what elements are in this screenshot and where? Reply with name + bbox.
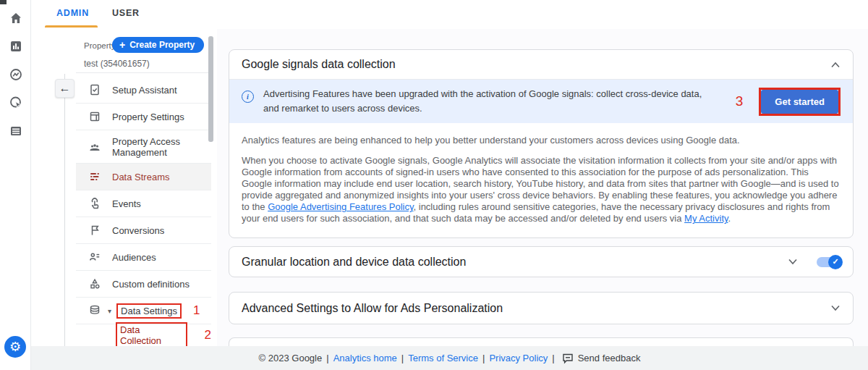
data-settings-database-icon bbox=[88, 304, 101, 317]
granular-location-card[interactable]: Granular location and device data collec… bbox=[229, 246, 854, 277]
sidebar-item-label: Data Streams bbox=[112, 172, 169, 182]
sidebar-item-property-access-management[interactable]: Property Access Management bbox=[76, 130, 211, 164]
data-streams-icon bbox=[88, 170, 101, 183]
sidebar-item-label: Property Settings bbox=[112, 112, 184, 122]
advertising-icon[interactable] bbox=[8, 95, 24, 111]
annotation-box-3: Get started bbox=[759, 88, 841, 116]
sidebar-item-label: Conversions bbox=[112, 225, 164, 236]
paragraph-2-text: . bbox=[728, 213, 731, 224]
tab-admin[interactable]: ADMIN bbox=[56, 8, 89, 18]
google-signals-card-header[interactable]: Google signals data collection bbox=[229, 50, 853, 80]
property-settings-icon bbox=[88, 110, 101, 123]
sidebar-scrollbar[interactable] bbox=[208, 36, 213, 142]
home-icon[interactable] bbox=[8, 10, 24, 26]
screen-corner-artifact bbox=[0, 0, 7, 4]
chevron-down-icon[interactable] bbox=[830, 305, 841, 311]
card-title: Advanced Settings to Allow for Ads Perso… bbox=[242, 302, 822, 315]
sidebar-item-setup-assistant[interactable]: Setup Assistant bbox=[76, 77, 211, 104]
analytics-home-link[interactable]: Analytics home bbox=[333, 353, 397, 363]
my-activity-link[interactable]: My Activity bbox=[684, 213, 728, 224]
advertising-features-policy-link[interactable]: Google Advertising Features Policy bbox=[268, 201, 413, 212]
sidebar-item-label: Audiences bbox=[112, 252, 156, 263]
annotation-number-3: 3 bbox=[736, 93, 744, 109]
property-access-icon bbox=[88, 140, 101, 154]
google-signals-card: Google signals data collection i Adverti… bbox=[229, 49, 854, 238]
conversions-flag-icon bbox=[88, 224, 101, 237]
collapse-back-button[interactable]: ← bbox=[55, 79, 75, 98]
toggle-thumb-check-icon: ✓ bbox=[828, 255, 843, 269]
card-title: Granular location and device data collec… bbox=[242, 256, 779, 269]
sidebar-item-label: Data Collection bbox=[120, 324, 161, 346]
annotation-box-1: Data Settings bbox=[116, 303, 182, 319]
sidebar-item-data-streams[interactable]: Data Streams bbox=[76, 164, 211, 190]
footer-separator: | bbox=[552, 353, 554, 363]
gear-glyph: ⚙ bbox=[9, 339, 21, 355]
property-name[interactable]: test (354061657) bbox=[84, 59, 150, 69]
card-title: Google signals data collection bbox=[242, 58, 830, 71]
feedback-icon bbox=[562, 353, 574, 364]
info-glyph: i bbox=[247, 93, 249, 101]
sidebar-item-label: Custom definitions bbox=[112, 279, 190, 290]
explore-icon[interactable] bbox=[8, 67, 24, 83]
copyright-text: © 2023 Google bbox=[259, 353, 323, 363]
sidebar-item-property-settings[interactable]: Property Settings bbox=[76, 104, 211, 130]
terms-of-service-link[interactable]: Terms of Service bbox=[408, 353, 478, 363]
advanced-settings-card[interactable]: Advanced Settings to Allow for Ads Perso… bbox=[229, 292, 854, 324]
property-sidebar: Property + Create Property test (3540616… bbox=[31, 29, 217, 346]
back-arrow-icon: ← bbox=[59, 82, 71, 95]
plus-icon: + bbox=[119, 40, 125, 50]
left-navigation-rail: ⚙ bbox=[0, 0, 31, 370]
property-label: Property bbox=[84, 41, 115, 50]
send-feedback-link[interactable]: Send feedback bbox=[578, 353, 641, 363]
privacy-policy-link[interactable]: Privacy Policy bbox=[489, 353, 548, 363]
check-glyph: ✓ bbox=[832, 257, 838, 266]
annotation-number-1: 1 bbox=[193, 303, 200, 318]
audiences-icon bbox=[88, 251, 101, 264]
footer-separator: | bbox=[326, 353, 328, 363]
google-signals-description: Analytics features are being enhanced to… bbox=[229, 123, 853, 237]
granular-location-toggle[interactable]: ✓ bbox=[817, 257, 841, 267]
sidebar-item-audiences[interactable]: Audiences bbox=[76, 244, 211, 271]
tree-line bbox=[64, 74, 65, 346]
sidebar-item-data-settings[interactable]: ▾ Data Settings 1 bbox=[76, 298, 211, 324]
chevron-up-icon[interactable] bbox=[830, 62, 841, 68]
paragraph-1: Analytics features are being enhanced to… bbox=[242, 135, 841, 146]
sidebar-item-custom-definitions[interactable]: Custom definitions bbox=[76, 271, 211, 298]
sidebar-item-data-collection[interactable]: Data Collection 2 bbox=[76, 324, 211, 346]
expand-triangle-icon[interactable]: ▾ bbox=[108, 307, 111, 315]
sidebar-item-label: Setup Assistant bbox=[112, 85, 177, 96]
annotation-number-2: 2 bbox=[205, 328, 211, 342]
library-icon[interactable] bbox=[8, 123, 24, 139]
property-nav-list: Setup Assistant Property Settings Proper… bbox=[76, 77, 211, 346]
footer-separator: | bbox=[482, 353, 485, 363]
tab-user[interactable]: USER bbox=[112, 8, 140, 18]
sidebar-item-label: Events bbox=[112, 198, 141, 209]
google-signals-info-banner: i Advertising Features have been upgrade… bbox=[229, 80, 853, 123]
events-icon bbox=[88, 197, 101, 210]
custom-definitions-icon bbox=[88, 277, 101, 290]
create-property-label: Create Property bbox=[129, 40, 195, 50]
create-property-button[interactable]: + Create Property bbox=[112, 37, 204, 53]
paragraph-2: When you choose to activate Google signa… bbox=[242, 155, 841, 224]
chevron-down-icon[interactable] bbox=[788, 258, 798, 265]
reports-icon[interactable] bbox=[8, 38, 24, 54]
footer-separator: | bbox=[401, 353, 404, 363]
sidebar-item-events[interactable]: Events bbox=[76, 190, 211, 217]
info-icon: i bbox=[242, 91, 254, 103]
sidebar-item-label: Property Access Management bbox=[112, 136, 211, 158]
setup-assistant-icon bbox=[88, 83, 101, 96]
admin-header: ADMIN USER bbox=[31, 0, 868, 29]
sidebar-item-label: Data Settings bbox=[121, 306, 177, 316]
divider bbox=[76, 72, 210, 73]
active-tab-underline bbox=[45, 25, 98, 28]
get-started-button[interactable]: Get started bbox=[761, 90, 838, 114]
annotation-box-2: Data Collection bbox=[116, 322, 187, 348]
data-collection-panel: Google signals data collection i Adverti… bbox=[217, 29, 868, 370]
admin-gear-icon[interactable]: ⚙ bbox=[4, 336, 26, 358]
banner-text: Advertising Features have been upgraded … bbox=[263, 87, 717, 116]
sidebar-item-conversions[interactable]: Conversions bbox=[76, 217, 211, 244]
footer: © 2023 Google | Analytics home | Terms o… bbox=[31, 346, 868, 370]
